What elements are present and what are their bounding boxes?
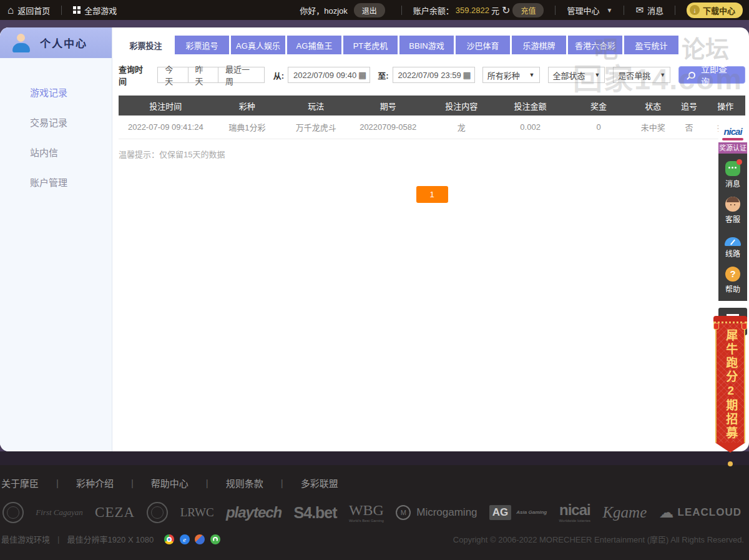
sidebar-item-transactions[interactable]: 交易记录	[0, 107, 112, 137]
cell-play: 万千龙虎斗	[281, 115, 350, 139]
calendar-icon[interactable]: ▦	[358, 70, 366, 80]
col-chase: 追号	[672, 96, 705, 115]
topbar-left: ⌂ 返回首页 全部游戏	[7, 4, 117, 16]
route-gauge-icon	[725, 237, 741, 246]
sidebar: 个人中心 游戏记录 交易记录 站内信 账户管理	[0, 27, 112, 451]
footer-link-rules[interactable]: 规则条款	[208, 476, 281, 489]
main-area: 吧 论坛 回家14.com 个人中心 游戏记录 交易记录 站内信 账户管理	[0, 20, 749, 451]
download-center-label: 下载中心	[703, 4, 735, 16]
tab-ag-fishing[interactable]: AG捕鱼王	[287, 36, 341, 54]
page-1-button[interactable]: 1	[416, 186, 448, 203]
topbar: ⌂ 返回首页 全部游戏 你好，hozjok 退出 账户余额： 359.2822 …	[0, 0, 749, 20]
browser-icons: e	[161, 534, 220, 544]
tab-pt-slots[interactable]: PT老虎机	[343, 36, 398, 54]
ribbon-tail	[715, 443, 745, 453]
page: ⌂ 返回首页 全部游戏 你好，hozjok 退出 账户余额： 359.2822 …	[0, 0, 749, 560]
back-home-link[interactable]: ⌂ 返回首页	[7, 4, 50, 16]
col-status: 状态	[634, 96, 672, 115]
floating-help-label: 帮助	[718, 283, 747, 294]
cell-status: 未中奖	[634, 115, 672, 139]
footer-link-alliance[interactable]: 多彩联盟	[283, 476, 356, 489]
today-button[interactable]: 今天	[157, 67, 188, 83]
chrome-browser-icon	[164, 534, 174, 544]
chevron-down-icon: ▼	[660, 72, 665, 78]
floating-item-help[interactable]: ? 帮助	[718, 263, 747, 298]
refresh-balance-icon[interactable]: ↻	[502, 4, 510, 16]
lottery-type-select[interactable]: 所有彩种 ▼	[482, 67, 540, 83]
yesterday-button[interactable]: 昨天	[188, 67, 218, 83]
floating-route-label: 线路	[718, 248, 747, 258]
footer-link-about[interactable]: 关于摩臣	[0, 476, 56, 489]
col-lottery: 彩种	[213, 96, 281, 115]
crest-emblem-logo	[147, 502, 168, 523]
ribbon-body: 犀牛跑分2期招募	[715, 323, 745, 443]
messages-link[interactable]: ✉ 消息	[635, 4, 663, 16]
divider: |	[57, 534, 59, 544]
help-icon: ?	[725, 267, 740, 282]
tab-saba-sports[interactable]: 沙巴体育	[456, 36, 510, 54]
sidebar-item-site-mail[interactable]: 站内信	[0, 137, 112, 167]
lrwc-logo: LRWC	[180, 506, 214, 519]
footer-link-help-center[interactable]: 帮助中心	[134, 476, 206, 489]
chevron-down-icon: ▼	[529, 72, 535, 78]
from-label: 从:	[273, 69, 284, 81]
date-from-input[interactable]: 2022/07/09 09:40 ▦	[288, 67, 370, 83]
ceza-logo: CEZA	[95, 504, 135, 521]
cell-lottery: 瑞典1分彩	[213, 115, 281, 139]
cell-amount: 0.002	[497, 115, 563, 139]
recharge-button[interactable]: 充值	[512, 3, 544, 17]
record-tabs: 彩票投注 彩票追号 AG真人娱乐 AG捕鱼王 PT老虎机 BBIN游戏 沙巴体育…	[119, 36, 745, 54]
tab-hk-lottery[interactable]: 香港六合彩	[568, 36, 622, 54]
admin-center-menu[interactable]: 管理中心 ▼	[567, 4, 612, 16]
single-pick-select[interactable]: 是否单挑 ▼	[613, 67, 670, 83]
sbet-logo: S4.bet	[294, 504, 337, 522]
partner-logos: First Cagayan CEZA LRWC playtech S4.bet …	[0, 489, 749, 526]
col-amount: 投注金额	[497, 96, 563, 115]
sidebar-nav: 游戏记录 交易记录 站内信 账户管理	[0, 58, 112, 197]
all-games-link[interactable]: 全部游戏	[73, 4, 117, 16]
floating-item-service[interactable]: 客服	[718, 193, 747, 228]
divider	[61, 6, 62, 15]
lottery-type-value: 所有彩种	[487, 69, 520, 81]
admin-center-label: 管理中心	[567, 4, 599, 16]
tab-ag-live[interactable]: AG真人娱乐	[231, 36, 285, 54]
divider	[555, 6, 556, 15]
tab-profit-stats[interactable]: 盈亏统计	[624, 36, 678, 54]
logout-button[interactable]: 退出	[354, 3, 385, 17]
status-select[interactable]: 全部状态 ▼	[548, 67, 605, 83]
floating-item-route[interactable]: 线路	[718, 228, 747, 263]
floating-item-messages[interactable]: 消息	[718, 157, 747, 193]
tab-lottery-chase[interactable]: 彩票追号	[175, 36, 229, 54]
globe-emblem-logo	[2, 502, 24, 523]
cell-issue: 20220709-0582	[350, 115, 425, 139]
chevron-down-icon: ▼	[594, 72, 600, 78]
messages-label: 消息	[647, 4, 663, 16]
tab-lottery-bets[interactable]: 彩票投注	[119, 36, 173, 54]
sidebar-item-game-records[interactable]: 游戏记录	[0, 77, 112, 107]
kgame-logo: Kgame	[602, 504, 647, 521]
footer: 关于摩臣 | 彩种介绍 | 帮助中心 | 规则条款 | 多彩联盟 First C…	[0, 451, 749, 560]
copyright-text: Copyright © 2006-2022 MORECHEER Entertai…	[453, 533, 745, 545]
prize-source-cert-badge[interactable]: 奖源认证	[718, 142, 747, 154]
sidebar-item-account[interactable]: 账户管理	[0, 167, 112, 197]
balance-label: 账户余额：	[413, 4, 454, 16]
user-avatar-icon	[11, 34, 32, 52]
floating-menu: 消息 客服 线路 ? 帮助	[718, 154, 747, 301]
tab-leyou-chess[interactable]: 乐游棋牌	[512, 36, 566, 54]
col-action: 操作	[706, 96, 745, 115]
footer-links: 关于摩臣 | 彩种介绍 | 帮助中心 | 规则条款 | 多彩联盟	[0, 465, 749, 489]
calendar-icon[interactable]: ▦	[463, 70, 471, 80]
col-play: 玩法	[281, 96, 350, 115]
tab-bbin-games[interactable]: BBIN游戏	[399, 36, 454, 54]
search-button[interactable]: 立即查询	[678, 66, 745, 84]
download-center-button[interactable]: ↓ 下载中心	[687, 2, 743, 18]
grid-icon	[73, 6, 81, 14]
table-row: 2022-07-09 09:41:24 瑞典1分彩 万千龙虎斗 20220709…	[119, 115, 745, 139]
promo-ribbon-banner[interactable]: 犀牛跑分2期招募	[713, 316, 748, 453]
footer-link-lottery-intro[interactable]: 彩种介绍	[59, 476, 131, 489]
search-icon	[688, 72, 695, 79]
date-to-input[interactable]: 2022/07/09 23:59 ▦	[393, 67, 475, 83]
date-from-value: 2022/07/09 09:40	[293, 71, 356, 80]
last-week-button[interactable]: 最近一周	[218, 67, 265, 83]
main-content: 彩票投注 彩票追号 AG真人娱乐 AG捕鱼王 PT老虎机 BBIN游戏 沙巴体育…	[112, 27, 749, 451]
